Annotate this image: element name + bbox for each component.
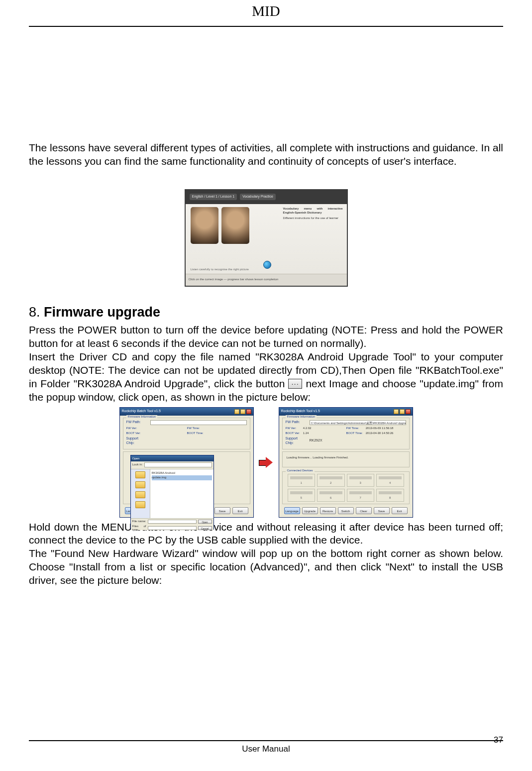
minimize-icon xyxy=(394,409,399,414)
support-lbl-left: Support Chip: xyxy=(126,437,147,445)
lesson-footer-text: Click on the correct image — progress ba… xyxy=(186,274,347,286)
minimize-icon xyxy=(234,409,239,414)
maximize-icon xyxy=(400,409,405,414)
fw-paragraph-3: The "Found New Hardware Wizard" window w… xyxy=(29,547,503,587)
conn-slot: 5 xyxy=(288,489,316,502)
intro-paragraph: The lessons have several different types… xyxy=(29,141,503,168)
cancel-button: Cancel xyxy=(198,526,212,530)
open-file-list: RK3028A Android update.img xyxy=(150,469,213,518)
tool-btn: Save xyxy=(374,507,390,514)
tool-btn: Save xyxy=(214,507,230,514)
tool-btn: Language xyxy=(284,507,300,514)
folder-icon xyxy=(135,471,145,478)
boot-ver-val-left xyxy=(144,432,184,436)
fw-paragraph-1b: Insert the Driver CD and copy the file n… xyxy=(29,350,503,404)
filename-label: File name: xyxy=(132,520,146,524)
filetype-label: Files of type: xyxy=(132,525,146,532)
tool-figure-row: Rockchip Batch Tool v1.5 Firmware Inform… xyxy=(29,407,503,518)
folder-icon xyxy=(135,501,145,508)
tool-btn: Clear xyxy=(356,507,372,514)
list-item: update.img xyxy=(152,475,212,480)
fw-path-label-right: FW Path: xyxy=(286,420,307,425)
batchtool-screenshot-left: Rockchip Batch Tool v1.5 Firmware Inform… xyxy=(119,407,254,518)
tool-btn: Upgrade xyxy=(302,507,318,514)
lesson-screenshot: English / Level 1 / Lesson 1 Vocabulary … xyxy=(185,189,348,287)
footer-rule xyxy=(29,740,503,741)
conn-legend: Connected Devices xyxy=(286,469,315,473)
fw-time-lbl-left: FW Time: xyxy=(187,427,204,431)
lesson-face-grid xyxy=(191,207,249,244)
boot-time-val-right: 2013-04-30 14:50:26 xyxy=(366,432,406,436)
folder-icon xyxy=(135,491,145,498)
fw-time-lbl-right: FW Time: xyxy=(346,427,363,431)
section-title: Firmware upgrade xyxy=(44,305,160,320)
browse-button-icon xyxy=(288,379,302,389)
boot-time-val-left xyxy=(207,432,247,436)
conn-slot: 8 xyxy=(376,489,404,502)
lesson-right-sub: Different instructions for the use of le… xyxy=(283,217,343,220)
lesson-right-title: Vocabulary menu with interactive English… xyxy=(283,207,343,215)
page-header-title: MID xyxy=(29,0,503,19)
conn-slot: 6 xyxy=(317,489,345,502)
lesson-figure: English / Level 1 / Lesson 1 Vocabulary … xyxy=(29,189,503,287)
conn-slot: 3 xyxy=(347,474,375,487)
batchtool-screenshot-right: Rockchip Batch Tool v1.5 Firmware Inform… xyxy=(279,407,413,518)
tool-btn: Exit xyxy=(232,507,248,514)
list-item: RK3028A Android xyxy=(152,471,212,476)
fw-path-label-left: FW Path: xyxy=(126,420,147,425)
lesson-tab: Vocabulary Practice xyxy=(240,194,276,200)
fw-path-input-left xyxy=(150,420,247,425)
open-sidebar xyxy=(131,469,150,518)
loading-text: Loading firmware... Loading firmware Fin… xyxy=(287,456,349,460)
conn-slot: 4 xyxy=(376,474,404,487)
lesson-small-text: Listen carefully to recognise the right … xyxy=(191,268,250,272)
fw-ver-lbl-right: FW Ver: xyxy=(286,427,300,431)
maximize-icon xyxy=(240,409,245,414)
fw-ver-val-left xyxy=(144,427,184,431)
conn-slot: 2 xyxy=(317,474,345,487)
fw-ver-lbl-left: FW Ver: xyxy=(126,427,141,431)
lesson-play-icon xyxy=(263,261,271,269)
window-titlebar-right: Rockchip Batch Tool v1.5 xyxy=(279,408,413,416)
arrow-right-icon xyxy=(259,457,274,468)
fw-legend-right: Firmware Information xyxy=(286,415,317,419)
footer-text: User Manual xyxy=(0,744,532,754)
section-number: 8. xyxy=(29,305,40,320)
open-button: Open xyxy=(198,520,212,524)
tool-mid-left: Open Look in: RK3028A Android xyxy=(123,451,250,504)
firmware-info-group-right: Firmware Information FW Path: C:\Documen… xyxy=(282,418,410,449)
fw-time-val-left xyxy=(207,427,247,431)
tool-log-right: Loading firmware... Loading firmware Fin… xyxy=(282,451,410,467)
lesson-breadcrumb: English / Level 1 / Lesson 1 xyxy=(190,194,237,200)
conn-slot: 1 xyxy=(288,474,316,487)
connected-devices-group: Connected Devices 1 2 3 4 5 6 7 8 xyxy=(282,471,410,504)
support-val-right: RK292X xyxy=(310,439,322,443)
tool-buttons-right: Language Upgrade Restore Switch Clear Sa… xyxy=(279,506,413,517)
fw-path-input-right: C:\Documents and Settings\Administrator\… xyxy=(310,420,406,425)
filetype-field xyxy=(148,526,197,530)
support-lbl-right: Support Chip: xyxy=(286,437,307,445)
folder-icon xyxy=(135,481,145,488)
lookin-select xyxy=(144,462,212,467)
lesson-right-notes: Vocabulary menu with interactive English… xyxy=(283,207,343,220)
boot-ver-lbl-left: BOOT Ver: xyxy=(126,432,141,436)
firmware-info-group-left: Firmware Information FW Path: FW Ver: FW… xyxy=(123,418,250,449)
tool-btn: Switch xyxy=(338,507,354,514)
boot-ver-val-right: 1.24 xyxy=(303,432,343,436)
boot-time-lbl-left: BOOT Time: xyxy=(187,432,204,436)
lesson-topbar: English / Level 1 / Lesson 1 Vocabulary … xyxy=(186,190,347,204)
section-heading: 8. Firmware upgrade xyxy=(29,304,503,321)
open-dialog-footer: File name: Open Files of type: Cancel xyxy=(131,518,213,530)
close-icon xyxy=(246,409,251,414)
open-dialog: Open Look in: RK3028A Android xyxy=(130,455,214,530)
fw-paragraph-1a: Press the POWER button to turn off the d… xyxy=(29,324,503,350)
tool-btn: Exit xyxy=(392,507,408,514)
lesson-face-2 xyxy=(221,207,249,244)
open-dialog-title: Open xyxy=(131,455,213,461)
tool-btn: Restore xyxy=(320,507,336,514)
open-dialog-toolbar: Look in: xyxy=(131,461,213,469)
lesson-body: Vocabulary menu with interactive English… xyxy=(186,204,347,286)
filename-field xyxy=(148,520,197,524)
fw-ver-val-right: 4.2.02 xyxy=(303,427,343,431)
window-titlebar-left: Rockchip Batch Tool v1.5 xyxy=(120,408,253,416)
